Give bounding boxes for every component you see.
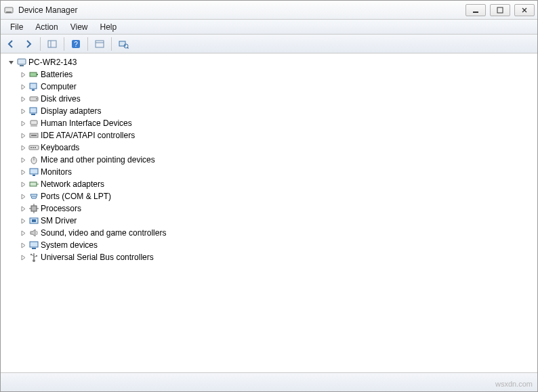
tree-item[interactable]: Batteries xyxy=(20,68,533,81)
tree-item[interactable]: Display adapters xyxy=(20,105,533,117)
tree-item-label: Batteries xyxy=(41,68,73,81)
svg-rect-35 xyxy=(30,169,38,174)
window-title: Device Manager xyxy=(18,5,465,15)
statusbar xyxy=(1,372,537,391)
tree-item-label: Universal Serial Bus controllers xyxy=(41,251,154,263)
category-icon xyxy=(28,215,39,226)
maximize-button[interactable] xyxy=(490,4,510,16)
expand-icon[interactable] xyxy=(20,83,27,91)
back-button[interactable] xyxy=(3,37,18,51)
tree-item[interactable]: Mice and other pointing devices xyxy=(20,154,533,166)
expand-icon[interactable] xyxy=(20,205,27,213)
category-icon xyxy=(28,252,39,263)
tree-item[interactable]: Disk drives xyxy=(20,93,533,105)
menu-view[interactable]: View xyxy=(65,21,94,33)
svg-rect-18 xyxy=(37,74,38,75)
category-icon xyxy=(28,227,39,238)
tree-item[interactable]: SM Driver xyxy=(20,215,533,227)
computer-icon xyxy=(16,57,27,68)
tree-root-row[interactable]: PC-WR2-143 xyxy=(7,56,533,68)
menu-action[interactable]: Action xyxy=(30,21,63,33)
svg-rect-48 xyxy=(32,219,36,222)
svg-rect-49 xyxy=(30,242,38,247)
tree-item-label: Network adapters xyxy=(41,178,104,190)
tree-item-label: SM Driver xyxy=(41,215,77,227)
tree-item[interactable]: System devices xyxy=(20,239,533,251)
app-icon xyxy=(3,5,14,16)
svg-rect-24 xyxy=(31,114,35,115)
tree-item[interactable]: Monitors xyxy=(20,166,533,178)
tree-item-label: Keyboards xyxy=(41,141,79,154)
properties-button[interactable] xyxy=(92,37,107,51)
svg-rect-6 xyxy=(48,41,56,47)
close-button[interactable] xyxy=(514,4,535,16)
scan-hardware-button[interactable] xyxy=(116,37,131,51)
expand-icon[interactable] xyxy=(20,156,27,164)
svg-rect-32 xyxy=(35,147,36,148)
expand-icon[interactable] xyxy=(20,181,27,188)
help-button[interactable]: ? xyxy=(68,37,83,51)
expand-icon[interactable] xyxy=(20,132,27,139)
expand-icon[interactable] xyxy=(20,108,27,115)
tree-item[interactable]: Processors xyxy=(20,202,533,215)
tree-item-label: Mice and other pointing devices xyxy=(41,154,155,166)
svg-point-41 xyxy=(35,196,36,197)
svg-rect-15 xyxy=(18,59,26,64)
svg-rect-31 xyxy=(33,147,34,148)
expand-icon[interactable] xyxy=(20,217,27,225)
expand-icon[interactable] xyxy=(20,95,27,103)
tree-item[interactable]: Universal Serial Bus controllers xyxy=(20,251,533,263)
category-icon xyxy=(28,240,39,251)
expand-icon[interactable] xyxy=(20,169,27,176)
tree-item[interactable]: Ports (COM & LPT) xyxy=(20,190,533,202)
titlebar: Device Manager xyxy=(1,1,537,20)
tree-item[interactable]: IDE ATA/ATAPI controllers xyxy=(20,129,533,141)
svg-point-51 xyxy=(33,259,35,262)
category-icon xyxy=(28,106,39,116)
expand-icon[interactable] xyxy=(20,144,27,152)
svg-rect-2 xyxy=(473,12,478,13)
tree-item[interactable]: Computer xyxy=(20,81,533,93)
svg-rect-20 xyxy=(32,89,35,91)
svg-point-39 xyxy=(32,196,33,197)
show-hide-console-tree-button[interactable] xyxy=(45,37,60,51)
category-icon xyxy=(28,142,39,153)
expand-icon[interactable] xyxy=(20,254,27,261)
forward-button[interactable] xyxy=(21,37,36,51)
svg-rect-50 xyxy=(32,248,36,249)
category-icon xyxy=(28,203,39,214)
tree-item[interactable]: Keyboards xyxy=(20,141,533,154)
tree-item[interactable]: Human Interface Devices xyxy=(20,117,533,129)
svg-rect-30 xyxy=(30,147,32,148)
expand-icon[interactable] xyxy=(20,193,27,200)
category-icon xyxy=(28,191,39,202)
collapse-icon[interactable] xyxy=(7,59,15,66)
menu-file[interactable]: File xyxy=(5,21,28,33)
svg-point-40 xyxy=(33,196,35,197)
svg-rect-42 xyxy=(31,206,37,211)
toolbar-separator xyxy=(64,37,64,51)
svg-rect-36 xyxy=(33,175,35,176)
menu-help[interactable]: Help xyxy=(95,21,123,33)
tree-item-label: Processors xyxy=(41,202,81,215)
svg-point-55 xyxy=(30,254,32,255)
expand-icon[interactable] xyxy=(20,242,27,249)
expand-icon[interactable] xyxy=(20,230,27,237)
minimize-button[interactable] xyxy=(465,4,486,16)
svg-rect-3 xyxy=(497,7,503,13)
expand-icon[interactable] xyxy=(20,71,27,79)
toolbar-separator xyxy=(111,37,112,51)
category-icon xyxy=(28,130,39,141)
category-icon xyxy=(28,118,39,129)
tree-item-label: System devices xyxy=(41,239,98,251)
svg-rect-19 xyxy=(30,83,37,89)
expand-icon[interactable] xyxy=(20,120,27,127)
svg-rect-37 xyxy=(30,182,37,186)
tree-item-label: Monitors xyxy=(41,166,72,178)
category-icon xyxy=(28,81,39,92)
tree-item-label: Disk drives xyxy=(41,93,81,105)
tree-item[interactable]: Network adapters xyxy=(20,178,533,190)
device-tree[interactable]: PC-WR2-143 BatteriesComputerDisk drivesD… xyxy=(1,53,537,372)
window-controls xyxy=(465,4,535,16)
tree-item[interactable]: Sound, video and game controllers xyxy=(20,227,533,239)
